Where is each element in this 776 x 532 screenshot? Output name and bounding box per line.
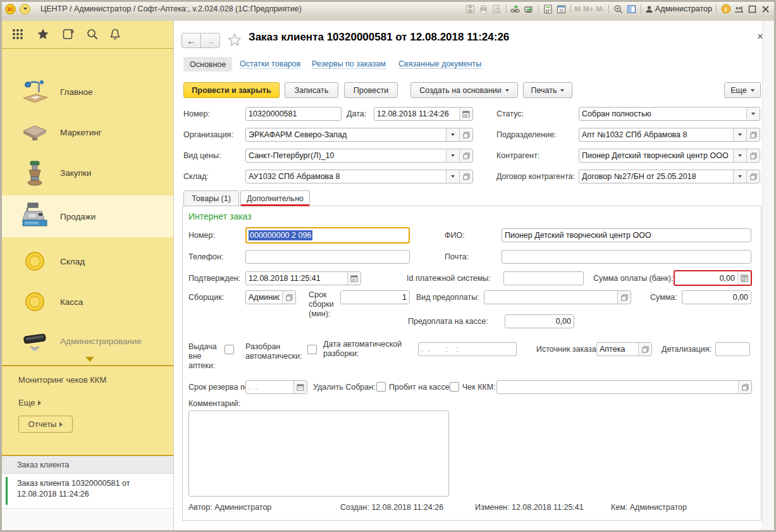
sidebar-item-warehouse[interactable]: Склад — [2, 241, 173, 281]
open-icon[interactable] — [746, 149, 760, 162]
split-view-icon[interactable] — [626, 4, 637, 15]
price-type-field[interactable] — [245, 149, 473, 163]
more-button[interactable]: Еще — [724, 82, 761, 98]
maximize-icon[interactable] — [747, 4, 758, 15]
sidebar-item-sales[interactable]: Продажи — [2, 195, 173, 237]
fio-field[interactable] — [502, 228, 751, 242]
info-icon[interactable]: i — [720, 4, 731, 15]
open-icon[interactable] — [459, 170, 472, 183]
nav-link-order-reserves[interactable]: Резервы по заказам — [312, 59, 386, 69]
open-icon[interactable] — [459, 149, 472, 162]
apps-grid-icon[interactable] — [11, 27, 25, 41]
delete-collected-checkbox[interactable] — [376, 382, 386, 392]
close-icon[interactable] — [760, 4, 771, 15]
main-menu-button[interactable] — [20, 4, 30, 15]
phone-field[interactable] — [245, 250, 410, 264]
confirmed-field[interactable] — [245, 271, 361, 285]
history-item[interactable]: Заказ клиента 10320000581 от 12.08.2018 … — [2, 474, 173, 509]
date-field[interactable] — [374, 107, 473, 121]
post-and-close-button[interactable]: Провести и закрыть — [183, 82, 280, 98]
get-link-icon[interactable] — [510, 4, 521, 15]
bank-payment-field[interactable] — [674, 270, 752, 286]
sidebar-item-administration[interactable]: Администрирование — [2, 322, 173, 360]
tab-additional[interactable]: Дополнительно — [240, 190, 310, 206]
email-field[interactable] — [502, 250, 751, 264]
dropdown-icon[interactable] — [446, 128, 459, 141]
calendar-icon[interactable] — [459, 108, 472, 120]
contract-field[interactable] — [579, 170, 760, 183]
memory-mminus-button[interactable]: M- — [596, 5, 604, 13]
dropdown-icon[interactable] — [733, 128, 746, 141]
cashed-checkbox[interactable] — [450, 382, 459, 392]
tab-goods[interactable]: Товары (1) — [183, 190, 239, 206]
save-button[interactable]: Записать — [285, 82, 338, 98]
sidebar-item-cashdesk[interactable]: Касса — [2, 281, 173, 322]
open-icon[interactable] — [738, 381, 751, 393]
payment-system-id-field[interactable] — [503, 271, 584, 285]
sidebar-item-main[interactable]: Главное — [2, 71, 173, 112]
calendar-icon[interactable] — [347, 272, 360, 285]
open-icon[interactable] — [638, 343, 651, 356]
calendar-icon[interactable] — [293, 381, 307, 393]
memory-m-button[interactable]: M — [575, 5, 581, 13]
order-number-field[interactable]: 000000000 2 096 — [245, 227, 410, 244]
order-source-field[interactable] — [596, 342, 652, 356]
detail-field[interactable] — [715, 342, 750, 356]
counterparty-field[interactable] — [579, 149, 760, 163]
collector-field[interactable] — [245, 290, 296, 304]
prepayment-type-field[interactable] — [484, 290, 631, 304]
out-of-pharmacy-checkbox[interactable] — [225, 345, 234, 354]
auto-disassembly-date-field[interactable] — [418, 342, 517, 356]
notifications-bell-icon[interactable] — [108, 27, 122, 41]
nav-link-main[interactable]: Основное — [183, 57, 232, 71]
open-icon[interactable] — [282, 291, 295, 304]
assembly-time-field[interactable] — [340, 290, 410, 304]
dropdown-icon[interactable] — [446, 170, 459, 183]
create-based-on-button[interactable]: Создать на основании — [410, 82, 518, 98]
forward-button[interactable]: → — [200, 33, 220, 48]
go-link-icon[interactable] — [524, 4, 534, 15]
status-field[interactable] — [579, 107, 760, 121]
open-icon[interactable] — [746, 170, 760, 183]
history-scroll-icon[interactable] — [61, 27, 75, 41]
dropdown-icon[interactable] — [733, 170, 746, 183]
department-field[interactable] — [579, 128, 760, 142]
nav-link-related-documents[interactable]: Связанные документы — [398, 59, 481, 69]
post-button[interactable]: Провести — [344, 82, 398, 98]
reserve-until-field[interactable] — [245, 380, 307, 394]
dropdown-icon[interactable] — [446, 149, 459, 162]
reports-button[interactable]: Отчеты — [18, 416, 73, 433]
form-close-icon[interactable]: × — [757, 32, 763, 42]
monitoring-link[interactable]: Мониторинг чеков ККМ — [18, 375, 106, 385]
open-icon[interactable] — [746, 128, 760, 141]
sum-field[interactable] — [682, 290, 751, 304]
nav-link-goods-remains[interactable]: Остатки товаров — [240, 59, 300, 69]
number-field[interactable] — [245, 107, 342, 121]
favorites-star-icon[interactable] — [36, 27, 50, 41]
favorite-star-icon[interactable] — [228, 33, 242, 49]
current-user-button[interactable]: Администратор — [645, 4, 712, 13]
auto-disassembled-checkbox[interactable] — [307, 345, 317, 354]
collapse-sections-icon[interactable] — [85, 357, 94, 362]
sidebar-more-button[interactable]: Еще — [18, 398, 41, 407]
dropdown-icon[interactable] — [733, 149, 746, 162]
organization-field[interactable] — [245, 128, 473, 142]
sidebar-item-purchases[interactable]: Закупки — [2, 152, 173, 193]
search-icon[interactable] — [85, 27, 99, 41]
calendar-icon[interactable]: 31 — [556, 4, 567, 15]
back-button[interactable]: ← — [182, 33, 201, 48]
print-button[interactable]: Печать — [523, 82, 572, 98]
memory-mplus-button[interactable]: M+ — [583, 5, 593, 13]
open-icon[interactable] — [459, 128, 472, 141]
dropdown-icon[interactable] — [746, 108, 760, 120]
sidebar-item-marketing[interactable]: Маркетинг — [2, 112, 173, 152]
cash-prepayment-field[interactable] — [505, 314, 574, 328]
comment-textarea[interactable] — [188, 411, 449, 497]
resize-icon[interactable] — [734, 4, 744, 15]
kkm-receipt-field[interactable] — [496, 380, 752, 394]
zoom-icon[interactable] — [613, 4, 624, 15]
warehouse-field[interactable] — [245, 170, 473, 183]
calculator-icon[interactable] — [737, 271, 751, 285]
calculator-icon[interactable] — [543, 4, 553, 15]
open-icon[interactable] — [617, 291, 631, 304]
